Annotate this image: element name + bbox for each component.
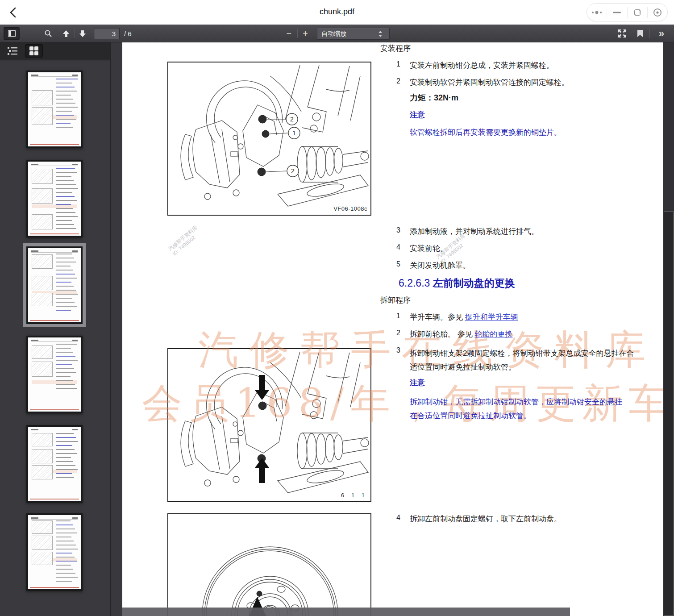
figure-brake-caliper-arrows: 6 1 1 <box>167 348 371 502</box>
thumbnail-page-preview <box>28 515 81 589</box>
step-text: 举升车辆。参见 提升和举升车辆 <box>410 312 518 322</box>
step-text: 安装前轮。 <box>410 243 448 254</box>
figure2-code: 6 1 1 <box>341 492 367 499</box>
sidebar-toggle-button[interactable] <box>4 27 20 40</box>
vertical-scrollbar-track[interactable] <box>663 42 674 616</box>
section-heading-number: 6.2.6.3 <box>399 277 430 289</box>
divider <box>75 29 75 38</box>
step-number: 4 <box>396 243 400 251</box>
step-text: 拆卸前轮胎。 参见 轮胎的更换 <box>410 329 512 339</box>
step-text: 安装左前制动钳分总成，安装并紧固螺栓。 <box>410 60 554 71</box>
thumbnail-page-preview <box>28 162 81 236</box>
step-number: 1 <box>396 312 400 320</box>
thumbnail-page-2[interactable] <box>26 160 83 237</box>
callout-2: 2 <box>290 116 294 123</box>
previous-page-button[interactable] <box>59 27 73 40</box>
outline-view-button[interactable] <box>4 44 21 58</box>
step-number: 3 <box>396 346 400 354</box>
step-text: 拆卸制动钳支架2颗固定螺栓，将制动钳带支架总成安全的悬挂在合适位置同时避免拉扯制… <box>410 346 637 374</box>
step-number: 1 <box>396 60 400 68</box>
app-titlebar: chunk.pdf <box>0 0 674 25</box>
callout-2b: 2 <box>291 167 295 175</box>
divider <box>297 29 298 38</box>
step-text-pre: 举升车辆。参见 <box>410 313 465 321</box>
arrow-up-icon <box>255 458 269 483</box>
thumbnail-page-preview <box>28 248 81 322</box>
link-tire-replacement[interactable]: 轮胎的更换 <box>474 330 512 338</box>
maximize-restore-button[interactable] <box>628 4 647 21</box>
next-page-button[interactable] <box>76 27 89 40</box>
step-number: 2 <box>396 77 400 85</box>
step-number: 5 <box>396 260 400 268</box>
note-title: 注意 <box>410 378 425 388</box>
zoom-in-button[interactable]: + <box>300 27 311 40</box>
vertical-scrollbar-thumb[interactable] <box>664 211 674 616</box>
page-number-input[interactable] <box>94 28 120 39</box>
thumbnail-page-6[interactable] <box>26 513 83 591</box>
minimize-button[interactable] <box>607 4 627 21</box>
sidebar-view-switcher <box>0 42 110 59</box>
link-lift-vehicle[interactable]: 提升和举升车辆 <box>465 313 518 321</box>
thumbnail-view-button[interactable] <box>25 44 43 58</box>
window-title: chunk.pdf <box>0 7 674 17</box>
step-number: 2 <box>396 329 400 337</box>
thumbnail-page-3[interactable] <box>26 246 83 324</box>
figure-brake-caliper-callouts: 2 1 2 VF06-1008c <box>167 62 371 216</box>
arrow-down-icon <box>255 375 269 400</box>
divider <box>649 29 650 38</box>
thumbnail-sidebar <box>0 42 111 616</box>
callout-1: 1 <box>292 129 296 137</box>
secondary-toolbar-toggle[interactable]: » <box>653 27 670 40</box>
note-text: 软管螺栓拆卸后再安装需要更换新的铜垫片。 <box>410 127 562 137</box>
presentation-mode-button[interactable] <box>615 27 629 40</box>
step-text: 安装制动软管并紧固制动软管连接的固定螺栓。 <box>410 77 569 87</box>
select-spinner-icon <box>379 31 382 37</box>
note-text: 拆卸制动钳，无需拆卸制动钳制动软管，应将制动钳安全的悬挂在合适位置同时避免拉扯制… <box>410 395 628 423</box>
step-text-pre: 拆卸前轮胎。 参见 <box>410 330 474 338</box>
figure-brake-disc <box>167 513 371 616</box>
section-heading-title: 左前制动盘的更换 <box>433 277 515 289</box>
thumbnail-page-1[interactable] <box>26 71 83 148</box>
thumbnail-page-preview <box>28 72 81 146</box>
pdf-viewer-area: 安装程序 1 安装左前制动钳分总成，安装并紧固螺栓。 2 安装制动软管并紧固制动… <box>111 42 674 616</box>
window-controls <box>587 3 668 21</box>
zoom-level-select[interactable]: 自动缩放 <box>317 28 390 40</box>
thumbnail-page-preview <box>28 337 81 412</box>
page-count-label: / 6 <box>124 30 132 37</box>
zoom-level-value: 自动缩放 <box>321 30 346 38</box>
bookmark-button[interactable] <box>634 27 646 40</box>
thumbnail-page-5[interactable] <box>26 425 83 503</box>
pdf-page: 安装程序 1 安装左前制动钳分总成，安装并紧固螺栓。 2 安装制动软管并紧固制动… <box>122 42 663 616</box>
more-options-button[interactable] <box>587 4 607 21</box>
thumbnail-page-preview <box>28 427 81 501</box>
torque-spec: 力矩：32N·m <box>410 92 458 103</box>
zoom-out-button[interactable]: − <box>283 27 295 40</box>
section-heading: 6.2.6.3 左前制动盘的更换 <box>399 276 515 290</box>
thumbnail-page-4[interactable] <box>26 336 83 413</box>
watermark-id-stamp: 汽修帮手资料库ID: 7496002 <box>167 224 203 257</box>
note-title: 注意 <box>410 110 425 120</box>
step-text: 添加制动液，并对制动系统进行排气。 <box>410 226 539 237</box>
step-number: 3 <box>396 226 400 234</box>
horizontal-scrollbar-thumb[interactable] <box>122 608 570 616</box>
install-section-title: 安装程序 <box>380 43 411 54</box>
step-number: 4 <box>396 514 400 522</box>
figure1-code: VF06-1008c <box>333 205 367 212</box>
pdf-toolbar: / 6 − + 自动缩放 » <box>0 25 674 42</box>
close-button[interactable] <box>648 4 667 21</box>
removal-section-title: 拆卸程序 <box>380 295 411 305</box>
search-button[interactable] <box>41 27 55 40</box>
step-text: 拆卸左前制动盘固定螺钉，取下左前制动盘。 <box>410 514 562 524</box>
step-text: 关闭发动机舱罩。 <box>410 260 470 271</box>
